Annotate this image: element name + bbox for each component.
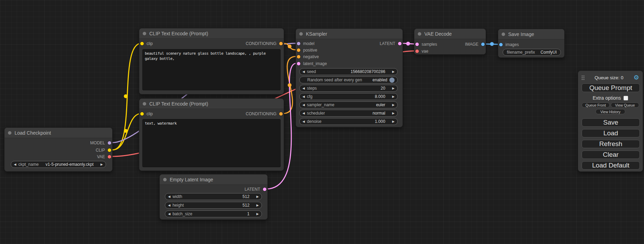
widget-value: 1 (247, 211, 249, 216)
widget-steps[interactable]: ◀ steps 20 ▶ (299, 85, 398, 92)
view-history-button[interactable]: View History (596, 109, 625, 114)
widget-filename-prefix[interactable]: filename_prefix ComfyUI (503, 49, 561, 56)
decrement-arrow-icon[interactable]: ◀ (302, 87, 305, 90)
refresh-button[interactable]: Refresh (582, 140, 640, 148)
increment-arrow-icon[interactable]: ▶ (392, 103, 395, 107)
output-port-model[interactable] (108, 141, 111, 145)
node-titlebar[interactable]: CLIP Text Encode (Prompt) (139, 99, 284, 109)
queue-front-button[interactable]: Queue Front (582, 102, 610, 108)
prompt-textarea[interactable]: text, watermark (142, 119, 281, 167)
widget-random-seed-toggle[interactable]: Random seed after every gen enabled (299, 76, 398, 83)
load-default-button[interactable]: Load Default (582, 161, 640, 170)
increment-arrow-icon[interactable]: ▶ (392, 70, 395, 73)
widget-seed[interactable]: ◀ seed 156680208700286 ▶ (299, 68, 398, 75)
output-port-latent[interactable] (398, 42, 402, 45)
widget-ckpt-name[interactable]: ◀ ckpt_name v1-5-pruned-emaonly.ckpt ▶ (11, 161, 106, 168)
increment-arrow-icon[interactable]: ▶ (392, 95, 395, 98)
widget-value: euler (376, 102, 385, 107)
node-save-image[interactable]: Save Image images filename_prefix ComfyU… (498, 29, 565, 58)
clear-button[interactable]: Clear (582, 151, 640, 159)
view-queue-button[interactable]: View Queue (611, 102, 639, 108)
output-port-vae[interactable] (108, 155, 111, 159)
input-label: latent_image (303, 61, 327, 66)
output-port-clip[interactable] (108, 148, 111, 152)
widget-label: ckpt_name (18, 162, 39, 167)
comfyui-canvas[interactable]: { "colors": { "model": "#b39ddb", "clip"… (0, 0, 644, 244)
increment-arrow-icon[interactable]: ▶ (256, 213, 259, 216)
queue-prompt-button[interactable]: Queue Prompt (582, 83, 640, 92)
prompt-textarea[interactable]: beautiful scenery nature glass bottle la… (142, 49, 281, 90)
input-port-positive[interactable] (297, 48, 300, 52)
output-port-conditioning[interactable] (279, 42, 283, 45)
collapse-dot-icon[interactable] (143, 102, 146, 106)
link-clip-to-clip2 (113, 114, 141, 150)
node-clip-text-encode-negative[interactable]: CLIP Text Encode (Prompt) clip CONDITION… (139, 98, 284, 171)
node-vae-decode[interactable]: VAE Decode samples IMAGE vae (414, 28, 486, 55)
input-port-negative[interactable] (297, 55, 300, 58)
output-port-image[interactable] (481, 43, 485, 46)
input-port-samples[interactable] (415, 43, 419, 46)
collapse-dot-icon[interactable] (143, 32, 146, 35)
node-title: CLIP Text Encode (Prompt) (149, 101, 208, 107)
collapse-dot-icon[interactable] (8, 131, 11, 135)
settings-gear-icon[interactable]: ⚙ (634, 74, 639, 81)
widget-label: denoise (307, 119, 321, 124)
decrement-arrow-icon[interactable]: ◀ (302, 120, 305, 123)
input-label: positive (303, 48, 317, 53)
decrement-arrow-icon[interactable]: ◀ (302, 95, 305, 98)
decrement-arrow-icon[interactable]: ◀ (302, 112, 305, 115)
widget-sampler-name[interactable]: ◀ sampler_name euler ▶ (299, 101, 398, 108)
collapse-dot-icon[interactable] (299, 32, 303, 36)
node-titlebar[interactable]: Save Image (498, 29, 564, 39)
decrement-arrow-icon[interactable]: ◀ (168, 204, 170, 207)
queue-control-panel: Queue size: 0 ⚙ Queue Prompt Extra optio… (578, 71, 643, 172)
increment-arrow-icon[interactable]: ▶ (392, 120, 395, 123)
increment-arrow-icon[interactable]: ▶ (392, 112, 395, 115)
decrement-arrow-icon[interactable]: ◀ (302, 70, 305, 73)
increment-arrow-icon[interactable]: ▶ (392, 87, 395, 90)
decrement-arrow-icon[interactable]: ◀ (168, 213, 170, 216)
widget-cfg[interactable]: ◀ cfg 8.000 ▶ (299, 93, 398, 100)
drag-handle-icon[interactable] (582, 75, 584, 80)
collapse-dot-icon[interactable] (418, 32, 421, 36)
increment-arrow-icon[interactable]: ▶ (256, 204, 259, 207)
output-label: MODEL (90, 141, 105, 145)
node-titlebar[interactable]: VAE Decode (414, 29, 486, 39)
node-titlebar[interactable]: CLIP Text Encode (Prompt) (139, 28, 284, 39)
node-load-checkpoint[interactable]: Load Checkpoint MODEL CLIP VAE ◀ ckpt_na… (4, 127, 113, 172)
input-port-images[interactable] (499, 43, 503, 46)
node-titlebar[interactable]: Empty Latent Image (160, 174, 267, 185)
widget-value: 1.000 (375, 119, 385, 124)
extra-options-checkbox[interactable] (624, 96, 628, 100)
widget-height[interactable]: ◀ height 512 ▶ (165, 202, 262, 209)
widget-denoise[interactable]: ◀ denoise 1.000 ▶ (299, 118, 398, 125)
node-clip-text-encode-positive[interactable]: CLIP Text Encode (Prompt) clip CONDITION… (139, 28, 284, 94)
decrement-arrow-icon[interactable]: ◀ (168, 195, 170, 198)
increment-arrow-icon[interactable]: ▶ (100, 163, 103, 166)
node-ksampler[interactable]: KSampler model LATENT positive negative … (295, 28, 403, 127)
node-titlebar[interactable]: KSampler (296, 29, 403, 39)
widget-scheduler[interactable]: ◀ scheduler normal ▶ (299, 110, 398, 117)
increment-arrow-icon[interactable]: ▶ (256, 195, 259, 198)
node-titlebar[interactable]: Load Checkpoint (5, 128, 112, 138)
widget-label: width (173, 194, 182, 199)
widget-value: enabled (372, 78, 387, 82)
widget-width[interactable]: ◀ width 512 ▶ (165, 193, 262, 200)
input-label: samples (422, 42, 437, 47)
input-port-vae[interactable] (415, 49, 419, 53)
collapse-dot-icon[interactable] (502, 33, 505, 36)
input-port-model[interactable] (297, 42, 300, 45)
output-port-conditioning[interactable] (279, 112, 283, 116)
save-button[interactable]: Save (582, 118, 640, 127)
decrement-arrow-icon[interactable]: ◀ (14, 163, 16, 166)
widget-batch-size[interactable]: ◀ batch_size 1 ▶ (165, 210, 262, 217)
node-empty-latent-image[interactable]: Empty Latent Image LATENT ◀ width 512 ▶ … (159, 174, 268, 220)
input-port-latent-image[interactable] (297, 62, 300, 65)
collapse-dot-icon[interactable] (163, 178, 167, 181)
load-button[interactable]: Load (582, 129, 640, 137)
output-port-latent[interactable] (263, 188, 266, 191)
decrement-arrow-icon[interactable]: ◀ (302, 103, 305, 107)
toggle-enabled-icon[interactable] (389, 78, 395, 83)
node-title: VAE Decode (424, 31, 452, 37)
widget-label: steps (307, 86, 317, 91)
